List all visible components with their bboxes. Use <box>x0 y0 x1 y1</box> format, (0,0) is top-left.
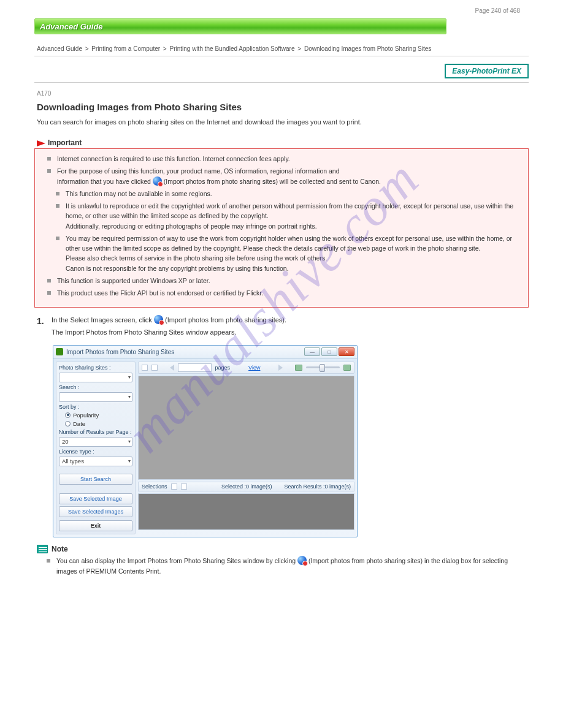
note-icon <box>37 545 48 553</box>
sort-popularity-radio[interactable]: Popularity <box>59 412 132 419</box>
start-search-button[interactable]: Start Search <box>59 474 132 485</box>
next-page-icon[interactable] <box>278 365 283 371</box>
results-count: Search Results :0 image(s) <box>284 483 351 490</box>
important-heading: Important <box>37 138 529 147</box>
step-number: 1. <box>37 315 48 340</box>
photo-sharing-sites-label: Photo Sharing Sites : <box>59 365 132 371</box>
important-item: You may be required permission of way to… <box>56 233 521 273</box>
important-box: Internet connection is required to use t… <box>34 148 529 307</box>
license-type-label: License Type : <box>59 449 132 455</box>
save-selected-images-button[interactable]: Save Selected Images <box>59 506 132 517</box>
page-number: Page 240 of 468 <box>475 7 520 14</box>
sortby-label: Sort by : <box>59 404 132 410</box>
photo-sharing-sites-select[interactable] <box>59 373 132 382</box>
divider <box>34 82 529 83</box>
easy-photoprint-ex-badge: Easy-PhotoPrint EX <box>445 64 529 78</box>
note-box: You can also display the Import Photos f… <box>34 556 529 576</box>
deselect-all-icon[interactable] <box>181 483 187 490</box>
step-1: 1. In the Select Images screen, click (I… <box>37 315 529 340</box>
search-input[interactable] <box>59 392 132 402</box>
important-item: This function may not be available in so… <box>56 189 521 199</box>
important-item: Internet connection is required to use t… <box>47 154 521 164</box>
view-link[interactable]: View <box>248 365 260 371</box>
sort-date-radio[interactable]: Date <box>59 420 132 427</box>
radio-icon <box>65 421 71 427</box>
intro-paragraph: You can search for images on photo shari… <box>37 117 529 127</box>
divider <box>34 56 529 56</box>
selected-count: Selected :0 image(s) <box>221 483 272 490</box>
thumb-large-icon[interactable] <box>343 365 351 371</box>
thumbnail-area[interactable] <box>138 376 354 480</box>
zoom-slider[interactable] <box>306 366 340 368</box>
breadcrumb-part: Downloading Images from Photo Sharing Si… <box>304 45 431 52</box>
minimize-button[interactable]: — <box>304 347 320 356</box>
globe-download-icon <box>154 315 163 324</box>
radio-icon <box>65 412 71 418</box>
import-photos-dialog: Import Photos from Photo Sharing Sites —… <box>53 345 358 537</box>
license-type-select[interactable]: All types <box>59 457 132 466</box>
breadcrumb-part: Advanced Guide <box>37 45 82 52</box>
header-bar: Advanced Guide <box>34 18 446 34</box>
window-icon <box>56 348 63 355</box>
breadcrumb-part: Printing from a Computer <box>91 45 160 52</box>
close-button[interactable]: ✕ <box>339 347 354 356</box>
dialog-titlebar: Import Photos from Photo Sharing Sites —… <box>53 346 357 359</box>
selection-area[interactable] <box>138 493 354 530</box>
thumbnail-toolbar: pages View <box>138 362 354 374</box>
select-all-icon[interactable] <box>171 483 177 490</box>
exit-button[interactable]: Exit <box>59 520 132 531</box>
important-item: It is unlawful to reproduce or edit the … <box>56 201 521 231</box>
selections-label: Selections <box>142 483 167 490</box>
thumb-small-icon[interactable] <box>295 365 302 371</box>
save-selected-image-button[interactable]: Save Selected Image <box>59 493 132 504</box>
list-view-icon[interactable] <box>151 365 158 371</box>
maximize-button[interactable]: □ <box>321 347 337 356</box>
globe-download-icon <box>297 556 307 565</box>
note-item: You can also display the Import Photos f… <box>47 556 529 576</box>
svg-marker-0 <box>37 140 45 146</box>
important-item: This product uses the Flickr API but is … <box>47 288 521 298</box>
page-indicator[interactable] <box>178 363 212 372</box>
search-label: Search : <box>59 384 132 390</box>
globe-download-icon <box>153 176 162 186</box>
note-heading: Note <box>37 545 529 554</box>
prev-page-icon[interactable] <box>170 365 174 371</box>
num-results-select[interactable]: 20 <box>59 437 132 447</box>
header-title: Advanced Guide <box>40 22 103 31</box>
page-title: Downloading Images from Photo Sharing Si… <box>34 102 529 112</box>
grid-view-icon[interactable] <box>142 365 148 371</box>
important-item: This function is supported under Windows… <box>47 276 521 286</box>
flag-icon <box>37 140 45 146</box>
doc-code: A170 <box>34 90 529 97</box>
window-title: Import Photos from Photo Sharing Sites <box>66 349 304 355</box>
pages-label: pages <box>215 365 231 371</box>
breadcrumb: Advanced Guide > Printing from a Compute… <box>34 44 529 53</box>
num-results-label: Number of Results per Page : <box>59 429 132 435</box>
breadcrumb-part: Printing with the Bundled Application So… <box>169 45 294 52</box>
step-line: The Import Photos from Photo Sharing Sit… <box>52 327 286 338</box>
search-panel: Photo Sharing Sites : Search : Sort by :… <box>56 362 136 534</box>
selection-bar: Selections Selected :0 image(s) Search R… <box>138 482 354 491</box>
important-item: For the purpose of using this function, … <box>47 166 521 186</box>
